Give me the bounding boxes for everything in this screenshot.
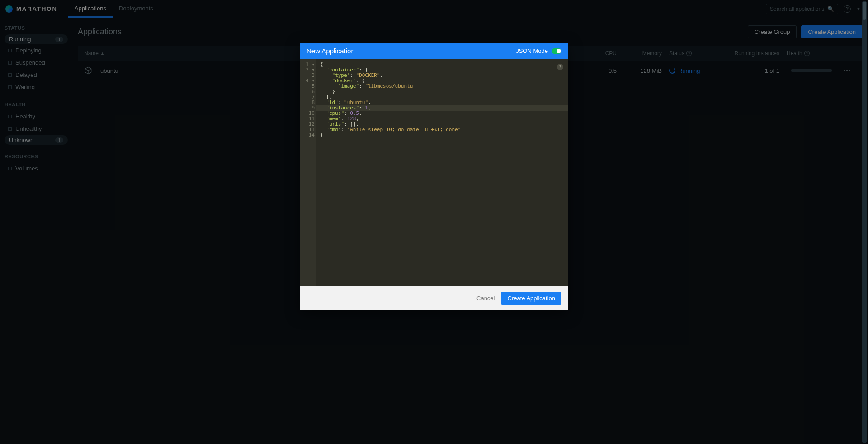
json-mode-toggle[interactable]: JSON Mode bbox=[516, 47, 561, 54]
modal-overlay: New Application JSON Mode 1 ▾ 2 ▾ 3 4 ▾ … bbox=[0, 0, 868, 444]
scrollbar-thumb[interactable] bbox=[863, 2, 866, 20]
toggle-icon[interactable] bbox=[552, 48, 561, 54]
json-mode-label: JSON Mode bbox=[516, 47, 548, 54]
vertical-scrollbar[interactable] bbox=[862, 1, 867, 443]
code-area[interactable]: { "container": { "type": "DOCKER", "dock… bbox=[316, 59, 568, 286]
modal-header: New Application JSON Mode bbox=[300, 43, 568, 59]
editor-help-icon[interactable]: ? bbox=[557, 64, 563, 70]
cancel-button[interactable]: Cancel bbox=[476, 295, 495, 302]
line-gutter: 1 ▾ 2 ▾ 3 4 ▾ 5 6 7 8 9 10 11 12 13 14 bbox=[300, 59, 316, 286]
new-application-modal: New Application JSON Mode 1 ▾ 2 ▾ 3 4 ▾ … bbox=[300, 43, 568, 310]
modal-footer: Cancel Create Application bbox=[300, 286, 568, 310]
json-editor[interactable]: 1 ▾ 2 ▾ 3 4 ▾ 5 6 7 8 9 10 11 12 13 14 {… bbox=[300, 59, 568, 286]
modal-title: New Application bbox=[307, 47, 355, 55]
create-application-submit-button[interactable]: Create Application bbox=[501, 292, 561, 305]
